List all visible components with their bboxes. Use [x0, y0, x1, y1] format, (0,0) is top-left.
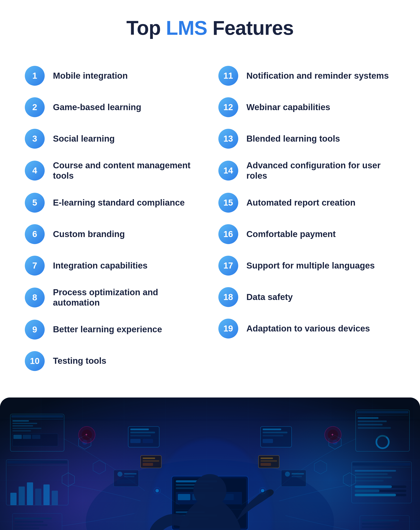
feature-label: E-learning standard compliance — [53, 197, 185, 208]
feature-item: 15 Automated report creation — [218, 187, 395, 219]
feature-badge: 3 — [25, 129, 45, 149]
svg-rect-47 — [14, 524, 48, 526]
feature-label: Comfortable payment — [247, 229, 336, 239]
feature-item: 2 Game-based learning — [25, 91, 202, 123]
feature-badge: 7 — [25, 256, 45, 276]
feature-item: 3 Social learning — [25, 123, 202, 154]
title-highlight: LMS — [166, 17, 207, 39]
svg-rect-121 — [117, 480, 135, 484]
page-wrapper: Top LMS Features 1 Mobile integration 2 … — [0, 0, 420, 530]
svg-rect-114 — [263, 432, 287, 433]
svg-rect-120 — [124, 476, 134, 477]
feature-item: 8 Process optimization and automation — [25, 281, 202, 314]
feature-item: 17 Support for multiple languages — [218, 250, 395, 281]
svg-rect-34 — [32, 435, 40, 439]
feature-label: Testing tools — [53, 356, 106, 366]
svg-rect-64 — [355, 473, 388, 475]
feature-item: 10 Testing tools — [25, 345, 202, 377]
svg-rect-109 — [130, 435, 151, 436]
svg-rect-27 — [13, 423, 37, 424]
feature-badge: 5 — [25, 193, 45, 213]
svg-rect-68 — [355, 486, 392, 488]
svg-rect-122 — [281, 470, 306, 486]
feature-label: Notification and reminder systems — [247, 71, 389, 81]
svg-rect-28 — [13, 425, 33, 427]
feature-label: Mobile integration — [53, 71, 128, 81]
feature-label: Social learning — [53, 133, 115, 144]
feature-item: 11 Notification and reminder systems — [218, 60, 395, 91]
svg-rect-63 — [355, 470, 396, 472]
svg-rect-76 — [362, 526, 395, 528]
svg-rect-36 — [7, 461, 67, 464]
feature-item: 13 Blended learning tools — [218, 123, 395, 154]
svg-rect-115 — [263, 435, 283, 436]
svg-rect-29 — [13, 428, 41, 429]
feature-label: Automated report creation — [247, 197, 355, 208]
svg-rect-124 — [292, 473, 304, 474]
feature-badge: 1 — [25, 66, 45, 86]
feature-item: 1 Mobile integration — [25, 60, 202, 91]
scene-svg: ✦ ✦ keen•ethics — [0, 398, 420, 530]
svg-rect-133 — [261, 463, 271, 466]
title-pre: Top — [126, 17, 166, 39]
left-column: 1 Mobile integration 2 Game-based learni… — [25, 60, 202, 377]
svg-point-123 — [285, 472, 290, 477]
svg-rect-75 — [362, 523, 391, 525]
feature-badge: 18 — [218, 287, 238, 307]
feature-badge: 9 — [25, 320, 45, 339]
feature-label: Process optimization and automation — [53, 287, 202, 308]
feature-item: 5 E-learning standard compliance — [25, 187, 202, 219]
right-column: 11 Notification and reminder systems 12 … — [218, 60, 395, 377]
feature-badge: 10 — [25, 351, 45, 371]
svg-rect-38 — [10, 493, 16, 505]
feature-label: Better learning experience — [53, 324, 162, 335]
feature-badge: 17 — [218, 256, 238, 276]
svg-rect-41 — [35, 489, 41, 505]
feature-badge: 4 — [25, 161, 45, 180]
feature-label: Blended learning tools — [247, 133, 340, 144]
feature-badge: 6 — [25, 224, 45, 244]
svg-rect-128 — [143, 460, 159, 462]
feature-label: Webinar capabilities — [247, 102, 330, 112]
svg-rect-116 — [263, 439, 273, 443]
svg-rect-132 — [261, 460, 277, 462]
svg-rect-55 — [358, 420, 387, 422]
svg-rect-127 — [143, 457, 155, 459]
svg-rect-113 — [263, 428, 281, 430]
svg-text:✦: ✦ — [85, 433, 88, 437]
svg-rect-52 — [357, 411, 408, 413]
svg-rect-74 — [362, 520, 399, 521]
svg-rect-70 — [355, 490, 379, 492]
svg-rect-66 — [355, 480, 384, 482]
svg-rect-30 — [13, 430, 31, 431]
svg-rect-39 — [19, 486, 25, 505]
svg-rect-65 — [355, 477, 392, 478]
feature-badge: 2 — [25, 97, 45, 117]
feature-badge: 14 — [218, 161, 238, 180]
svg-rect-43 — [52, 491, 58, 505]
image-section: ✦ ✦ keen•ethics — [0, 398, 420, 530]
feature-item: 9 Better learning experience — [25, 314, 202, 345]
feature-label: Adaptation to various devices — [247, 323, 370, 334]
svg-rect-61 — [353, 463, 410, 466]
svg-rect-48 — [14, 528, 39, 529]
svg-rect-33 — [23, 435, 31, 439]
feature-badge: 8 — [25, 288, 45, 308]
svg-rect-108 — [130, 432, 155, 433]
svg-point-118 — [117, 472, 122, 477]
title-post: Features — [207, 17, 294, 39]
svg-rect-125 — [292, 476, 302, 477]
feature-label: Integration capabilities — [53, 260, 147, 271]
svg-rect-32 — [14, 435, 22, 439]
svg-rect-107 — [130, 428, 149, 430]
feature-item: 12 Webinar capabilities — [218, 91, 395, 123]
feature-label: Game-based learning — [53, 102, 141, 112]
feature-item: 6 Custom branding — [25, 219, 202, 250]
feature-badge: 13 — [218, 129, 238, 149]
feature-item: 19 Adaptation to various devices — [218, 313, 395, 344]
feature-label: Data safety — [247, 292, 293, 302]
feature-item: 16 Comfortable payment — [218, 219, 395, 250]
svg-rect-57 — [358, 427, 391, 429]
header-section: Top LMS Features — [0, 0, 420, 52]
svg-rect-131 — [261, 457, 273, 459]
